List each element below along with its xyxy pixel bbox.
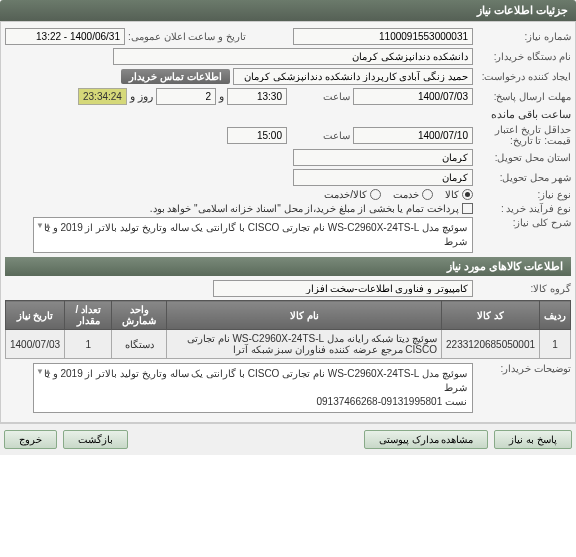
validity-time-field[interactable] bbox=[227, 127, 287, 144]
desc-textarea[interactable]: ▲▼ سوئیچ مدل WS-C2960X-24TS-L نام تجارتی… bbox=[33, 217, 473, 253]
requester-field[interactable] bbox=[233, 68, 473, 85]
days-suffix: روز و bbox=[130, 90, 153, 103]
th-unit: واحد شمارش bbox=[112, 301, 167, 330]
deadline-label: مهلت ارسال پاسخ: bbox=[476, 91, 571, 102]
need-type-label: نوع نیاز: bbox=[476, 189, 571, 200]
cell-row: 1 bbox=[540, 330, 571, 359]
radio-service[interactable]: خدمت bbox=[393, 189, 433, 200]
need-type-radios: کالا خدمت کالا/خدمت bbox=[324, 189, 473, 200]
cell-code: 2233120685050001 bbox=[442, 330, 540, 359]
buyer-notes-label: توضیحات خریدار: bbox=[476, 363, 571, 374]
buyer-notes-textarea[interactable]: ▲▼ سوئیچ مدل WS-C2960X-24TS-L نام تجارتی… bbox=[33, 363, 473, 413]
deadline-date-field[interactable] bbox=[353, 88, 473, 105]
need-number-field[interactable] bbox=[293, 28, 473, 45]
need-number-label: شماره نیاز: bbox=[476, 31, 571, 42]
radio-both[interactable]: کالا/خدمت bbox=[324, 189, 381, 200]
city-field[interactable] bbox=[293, 169, 473, 186]
validity-date-field[interactable] bbox=[353, 127, 473, 144]
process-label: نوع فرآیند خرید : bbox=[476, 203, 571, 214]
goods-table: ردیف کد کالا نام کالا واحد شمارش تعداد /… bbox=[5, 300, 571, 359]
th-code: کد کالا bbox=[442, 301, 540, 330]
days-field[interactable] bbox=[156, 88, 216, 105]
province-label: استان محل تحویل: bbox=[476, 152, 571, 163]
th-row: ردیف bbox=[540, 301, 571, 330]
window: جزئیات اطلاعات نیاز شماره نیاز: تاریخ و … bbox=[0, 0, 576, 455]
form-area: شماره نیاز: تاریخ و ساعت اعلان عمومی: نا… bbox=[0, 21, 576, 423]
radio-icon bbox=[462, 189, 473, 200]
city-label: شهر محل تحویل: bbox=[476, 172, 571, 183]
countdown-suffix: ساعت باقی مانده bbox=[491, 108, 571, 121]
cell-name: سوئیچ دیتا شبکه رایانه مدل WS-C2960X-24T… bbox=[167, 330, 442, 359]
group-field[interactable] bbox=[213, 280, 473, 297]
deadline-time-field[interactable] bbox=[227, 88, 287, 105]
window-title: جزئیات اطلاعات نیاز bbox=[0, 0, 576, 21]
button-bar: پاسخ به نیاز مشاهده مدارک پیوستی بازگشت … bbox=[0, 423, 576, 455]
th-name: نام کالا bbox=[167, 301, 442, 330]
section-goods-header: اطلاعات کالاهای مورد نیاز bbox=[5, 257, 571, 276]
validity-label: حداقل تاریخ اعتبار قیمت: تا تاریخ: bbox=[476, 124, 571, 146]
table-header-row: ردیف کد کالا نام کالا واحد شمارش تعداد /… bbox=[6, 301, 571, 330]
attachments-button[interactable]: مشاهده مدارک پیوستی bbox=[364, 430, 489, 449]
radio-goods[interactable]: کالا bbox=[445, 189, 473, 200]
requester-label: ایجاد کننده درخواست: bbox=[476, 71, 571, 82]
cell-date: 1400/07/03 bbox=[6, 330, 65, 359]
reply-button[interactable]: پاسخ به نیاز bbox=[494, 430, 572, 449]
table-row[interactable]: 1 2233120685050001 سوئیچ دیتا شبکه رایان… bbox=[6, 330, 571, 359]
cell-unit: دستگاه bbox=[112, 330, 167, 359]
countdown-badge: 23:34:24 bbox=[78, 88, 127, 105]
announce-field[interactable] bbox=[5, 28, 125, 45]
th-qty: تعداد / مقدار bbox=[65, 301, 112, 330]
radio-icon bbox=[370, 189, 381, 200]
province-field[interactable] bbox=[293, 149, 473, 166]
process-text: پرداخت تمام یا بخشی از مبلغ خرید،از محل … bbox=[150, 203, 459, 214]
cell-qty: 1 bbox=[65, 330, 112, 359]
back-button[interactable]: بازگشت bbox=[63, 430, 128, 449]
radio-icon bbox=[422, 189, 433, 200]
th-date: تاریخ نیاز bbox=[6, 301, 65, 330]
contact-button[interactable]: اطلاعات تماس خریدار bbox=[121, 69, 230, 84]
scroll-icon: ▲▼ bbox=[36, 366, 52, 377]
scroll-icon: ▲▼ bbox=[36, 220, 52, 231]
org-label: نام دستگاه خریدار: bbox=[476, 51, 571, 62]
desc-label: شرح کلی نیاز: bbox=[476, 217, 571, 228]
group-label: گروه کالا: bbox=[476, 283, 571, 294]
exit-button[interactable]: خروج bbox=[4, 430, 57, 449]
time-label-2: ساعت bbox=[290, 130, 350, 141]
org-field[interactable] bbox=[113, 48, 473, 65]
process-checkbox[interactable] bbox=[462, 203, 473, 214]
time-label-1: ساعت bbox=[290, 91, 350, 102]
announce-label: تاریخ و ساعت اعلان عمومی: bbox=[128, 31, 246, 42]
days-prefix: و bbox=[219, 90, 224, 103]
